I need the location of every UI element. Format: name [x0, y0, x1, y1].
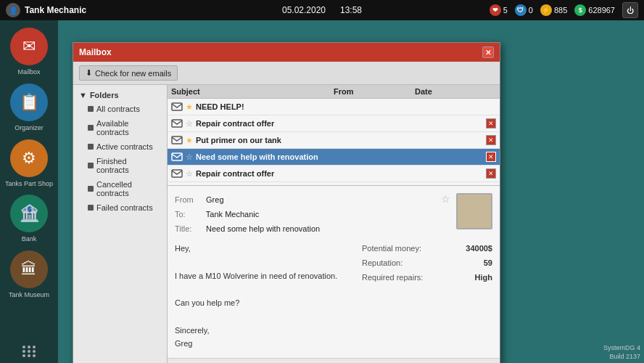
email-row-1[interactable]: ☆ Repair contract offer ✕: [168, 115, 500, 132]
check-emails-button[interactable]: ⬇ Check for new emails: [79, 65, 178, 81]
folder-finished-contracts[interactable]: Finished contracts: [73, 154, 167, 177]
energy-value: 885: [554, 6, 567, 15]
email-close-2[interactable]: ✕: [486, 135, 496, 145]
money-stat: $ 628967: [574, 4, 615, 16]
parts-shop-icon: ⚙: [10, 139, 48, 177]
folder-available-contracts[interactable]: Available contracts: [73, 116, 167, 139]
reputation-value: 59: [484, 256, 492, 271]
mailbox-dialog: Mailbox ✕ ⬇ Check for new emails ▼ Folde…: [73, 42, 500, 363]
email-list-header: Subject From Date: [168, 85, 500, 99]
taskbar-dots: [22, 346, 36, 357]
sidebar-item-bank[interactable]: 🏦 Bank: [10, 195, 48, 243]
star-icon-0: ★: [186, 102, 193, 112]
sidebar-item-museum[interactable]: 🏛 Tank Museum: [9, 250, 49, 299]
system-info: SystemDG 4 Build 2137: [600, 342, 644, 363]
triangle-icon: ▼: [79, 91, 87, 99]
energy-icon: ⚡: [540, 4, 552, 16]
money-value: 628967: [588, 6, 615, 15]
game-title: Tank Mechanic: [25, 5, 86, 15]
from-value: Greg: [206, 195, 223, 204]
sidebar-label-museum: Tank Museum: [9, 291, 49, 299]
mailbox-toolbar: ⬇ Check for new emails: [73, 62, 500, 85]
email-close-1[interactable]: ✕: [486, 118, 496, 129]
svg-rect-4: [172, 170, 182, 177]
folder-all-contracts[interactable]: All contracts: [73, 102, 167, 116]
email-subject-0: NEED HELP!: [196, 102, 346, 111]
sidebar-label-organizer: Organizer: [15, 124, 44, 132]
check-emails-label: Check for new emails: [95, 69, 171, 78]
download-icon: ⬇: [86, 68, 92, 78]
sidebar-item-mailbox[interactable]: ✉ Mailbox: [10, 28, 48, 76]
potential-money-value: 34000$: [466, 242, 492, 256]
mailbox-close-button[interactable]: ✕: [482, 46, 494, 58]
folder-active-contracts[interactable]: Active contracts: [73, 139, 167, 154]
reputation-label: Reputation:: [362, 258, 402, 267]
sidebar-item-parts-shop[interactable]: ⚙ Tanks Part Shop: [5, 139, 53, 188]
folder-failed-contracts[interactable]: Failed contracts: [73, 200, 167, 215]
money-icon: $: [574, 4, 586, 16]
star-icon-1: ☆: [186, 119, 193, 129]
body-line1: Hey,: [175, 242, 347, 256]
potential-money-label: Potential money:: [362, 244, 421, 253]
body-line2: I have a M10 Wolverine in need of renova…: [175, 269, 347, 283]
player-avatar: 👤: [6, 3, 20, 17]
email-detail: From Greg To: Tank Mechanic Title: Need …: [168, 186, 500, 358]
folders-header: ▼ Folders: [73, 89, 167, 102]
content-area: Mailbox ✕ ⬇ Check for new emails ▼ Folde…: [58, 20, 644, 363]
folder-dot-icon: [88, 125, 94, 131]
shield-icon: 🛡: [515, 4, 527, 16]
svg-rect-0: [172, 103, 182, 110]
body-line5: Greg: [175, 337, 347, 351]
email-subject-3: Need some help with renovation: [196, 152, 341, 161]
mailbox-icon: ✉: [10, 28, 48, 65]
current-date: 05.02.2020: [282, 5, 326, 15]
folder-dot-icon: [88, 144, 94, 150]
email-row-0[interactable]: ★ NEED HELP!: [168, 99, 500, 115]
detail-actions: Accept the order Decline the order: [168, 358, 500, 363]
email-close-4[interactable]: ✕: [486, 168, 496, 179]
mailbox-titlebar: Mailbox ✕: [73, 43, 500, 62]
detail-stats: Potential money: 34000$ Reputation: 59 R…: [362, 242, 492, 351]
col-subject-header: Subject: [171, 87, 334, 96]
sidebar-item-organizer[interactable]: 📋 Organizer: [10, 83, 48, 132]
sidebar-label-parts-shop: Tanks Part Shop: [5, 180, 53, 188]
power-button[interactable]: ⏻: [622, 2, 638, 18]
col-date-header: Date: [415, 87, 496, 96]
folder-dot-icon: [88, 106, 94, 112]
svg-rect-2: [172, 136, 182, 144]
museum-icon: 🏛: [10, 250, 48, 288]
email-panel: Subject From Date ★ NEED HELP!: [168, 85, 500, 363]
from-label: From: [175, 193, 204, 208]
detail-header: From Greg To: Tank Mechanic Title: Need …: [175, 193, 492, 236]
body-line3: Can you help me?: [175, 296, 347, 310]
shield-stat: 🛡 0: [515, 4, 533, 16]
detail-meta: From Greg To: Tank Mechanic Title: Need …: [175, 193, 320, 236]
email-row-3[interactable]: ☆ Need some help with renovation ✕: [168, 149, 500, 166]
email-row-2[interactable]: ★ Put primer on our tank ✕: [168, 132, 500, 149]
detail-body: Hey, I have a M10 Wolverine in need of r…: [175, 242, 492, 351]
title-value: Need some help with renovation: [206, 224, 320, 233]
sidebar-label-bank: Bank: [22, 235, 37, 243]
col-from-header: From: [334, 87, 415, 96]
folder-cancelled-contracts[interactable]: Cancelled contracts: [73, 177, 167, 200]
email-row-4[interactable]: ☆ Repair contract offer ✕: [168, 166, 500, 182]
email-close-3[interactable]: ✕: [486, 152, 496, 162]
email-subject-4: Repair contract offer: [196, 169, 341, 178]
energy-stat: ⚡ 885: [540, 4, 567, 16]
mailbox-title: Mailbox: [79, 47, 112, 57]
system-line1: SystemDG 4: [603, 343, 640, 353]
star-icon-4: ☆: [186, 169, 193, 179]
star-icon-2: ★: [186, 136, 193, 145]
svg-rect-3: [172, 153, 182, 160]
health-icon: ❤: [490, 4, 501, 16]
email-subject-1: Repair contract offer: [196, 119, 341, 128]
detail-star-icon[interactable]: ☆: [441, 193, 450, 205]
mailbox-body: ▼ Folders All contracts Available contra…: [73, 85, 500, 363]
health-stat: ❤ 5: [490, 4, 508, 16]
svg-rect-1: [172, 120, 182, 127]
email-subject-2: Put primer on our tank: [196, 136, 341, 144]
title-label: Title:: [175, 222, 204, 237]
to-label: To:: [175, 208, 204, 222]
folder-dot-icon: [88, 205, 94, 211]
organizer-icon: 📋: [10, 83, 48, 121]
